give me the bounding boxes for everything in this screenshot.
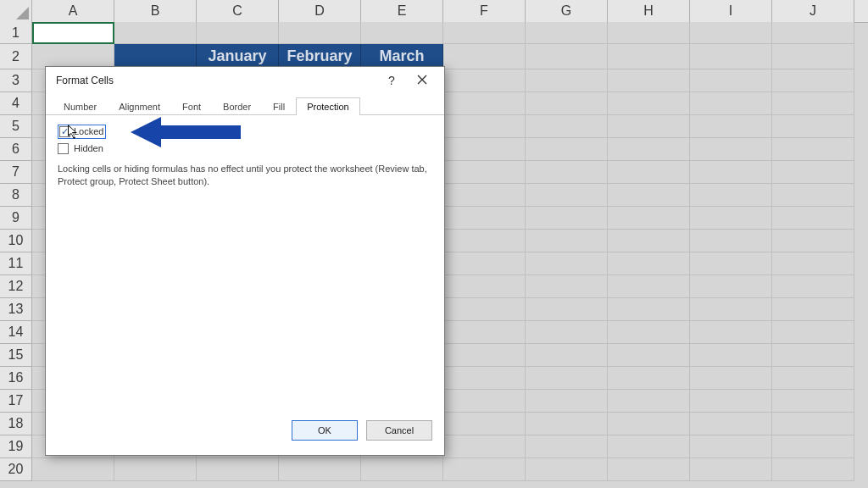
row-header[interactable]: 11 bbox=[0, 252, 32, 275]
row-header[interactable]: 5 bbox=[0, 115, 32, 138]
cell[interactable] bbox=[690, 115, 772, 138]
cell[interactable] bbox=[608, 230, 690, 252]
cell[interactable] bbox=[443, 344, 526, 367]
cell[interactable] bbox=[690, 413, 772, 435]
close-button[interactable] bbox=[407, 69, 437, 92]
cell[interactable] bbox=[443, 390, 526, 413]
column-header[interactable]: H bbox=[608, 0, 690, 22]
cell[interactable] bbox=[772, 367, 854, 390]
cell[interactable] bbox=[772, 115, 854, 138]
cell[interactable] bbox=[690, 138, 772, 161]
ok-button[interactable]: OK bbox=[292, 420, 358, 441]
cell[interactable] bbox=[526, 69, 608, 92]
cell[interactable] bbox=[690, 367, 772, 390]
cell[interactable] bbox=[526, 275, 608, 298]
cell[interactable] bbox=[690, 161, 772, 184]
cell[interactable] bbox=[361, 22, 443, 44]
row-header[interactable]: 9 bbox=[0, 207, 32, 230]
tab-font[interactable]: Font bbox=[171, 97, 212, 115]
row-header[interactable]: 12 bbox=[0, 275, 32, 298]
cell[interactable] bbox=[443, 230, 526, 252]
column-header[interactable]: C bbox=[197, 0, 279, 22]
cancel-button[interactable]: Cancel bbox=[366, 420, 432, 441]
cell[interactable] bbox=[608, 22, 690, 44]
column-header[interactable]: J bbox=[772, 0, 854, 22]
row-header[interactable]: 13 bbox=[0, 298, 32, 321]
cell[interactable] bbox=[361, 458, 443, 481]
cell[interactable] bbox=[526, 230, 608, 252]
tab-number[interactable]: Number bbox=[53, 97, 108, 115]
cell[interactable] bbox=[772, 138, 854, 161]
cell[interactable] bbox=[526, 92, 608, 115]
cell[interactable] bbox=[526, 458, 608, 481]
cell[interactable] bbox=[526, 413, 608, 435]
cell[interactable] bbox=[526, 252, 608, 275]
cell[interactable] bbox=[608, 413, 690, 435]
cell[interactable] bbox=[526, 367, 608, 390]
cell[interactable] bbox=[526, 344, 608, 367]
cell[interactable] bbox=[197, 458, 279, 481]
row-header[interactable]: 7 bbox=[0, 161, 32, 184]
cell[interactable] bbox=[279, 458, 361, 481]
cell[interactable] bbox=[443, 275, 526, 298]
cell[interactable] bbox=[443, 184, 526, 207]
dialog-titlebar[interactable]: Format Cells ? bbox=[46, 67, 444, 94]
cell[interactable] bbox=[443, 22, 526, 44]
cell[interactable] bbox=[608, 344, 690, 367]
cell[interactable] bbox=[772, 92, 854, 115]
hidden-option-row[interactable]: Hidden bbox=[58, 141, 432, 156]
cell[interactable] bbox=[526, 44, 608, 69]
cell[interactable] bbox=[772, 184, 854, 207]
cell[interactable] bbox=[772, 298, 854, 321]
select-all-corner[interactable] bbox=[0, 0, 32, 22]
cell[interactable] bbox=[443, 458, 526, 481]
column-header[interactable]: I bbox=[690, 0, 772, 22]
cell[interactable] bbox=[772, 44, 854, 69]
row-header[interactable]: 1 bbox=[0, 22, 32, 44]
cell[interactable] bbox=[690, 207, 772, 230]
tab-alignment[interactable]: Alignment bbox=[108, 97, 171, 115]
cell[interactable] bbox=[443, 115, 526, 138]
cell[interactable] bbox=[526, 390, 608, 413]
cell[interactable] bbox=[690, 298, 772, 321]
row-header[interactable]: 18 bbox=[0, 413, 32, 435]
tab-protection[interactable]: Protection bbox=[296, 97, 360, 115]
cell[interactable] bbox=[608, 44, 690, 69]
cell[interactable] bbox=[443, 138, 526, 161]
cell[interactable] bbox=[608, 275, 690, 298]
cell[interactable] bbox=[526, 321, 608, 344]
cell[interactable] bbox=[443, 435, 526, 458]
row-header[interactable]: 6 bbox=[0, 138, 32, 161]
cell[interactable] bbox=[772, 161, 854, 184]
cell[interactable] bbox=[279, 22, 361, 44]
cell[interactable] bbox=[32, 458, 114, 481]
cell[interactable] bbox=[114, 458, 197, 481]
cell[interactable] bbox=[443, 367, 526, 390]
cell[interactable] bbox=[608, 390, 690, 413]
cell[interactable] bbox=[690, 252, 772, 275]
cell[interactable] bbox=[608, 161, 690, 184]
cell[interactable] bbox=[526, 22, 608, 44]
cell[interactable] bbox=[772, 435, 854, 458]
cell[interactable] bbox=[690, 321, 772, 344]
cell[interactable] bbox=[608, 252, 690, 275]
cell[interactable] bbox=[114, 22, 197, 44]
row-header[interactable]: 4 bbox=[0, 92, 32, 115]
cell[interactable] bbox=[690, 230, 772, 252]
cell[interactable] bbox=[608, 184, 690, 207]
cell[interactable] bbox=[690, 435, 772, 458]
cell[interactable] bbox=[443, 207, 526, 230]
cell[interactable] bbox=[443, 69, 526, 92]
cell[interactable] bbox=[690, 344, 772, 367]
column-header[interactable]: D bbox=[279, 0, 361, 22]
cell[interactable] bbox=[443, 321, 526, 344]
row-header[interactable]: 19 bbox=[0, 435, 32, 458]
row-header[interactable]: 16 bbox=[0, 367, 32, 390]
cell[interactable] bbox=[772, 275, 854, 298]
cell[interactable] bbox=[608, 321, 690, 344]
cell[interactable] bbox=[608, 298, 690, 321]
column-header[interactable]: G bbox=[526, 0, 608, 22]
row-header[interactable]: 15 bbox=[0, 344, 32, 367]
column-header[interactable]: B bbox=[114, 0, 197, 22]
locked-checkbox[interactable] bbox=[59, 126, 70, 137]
